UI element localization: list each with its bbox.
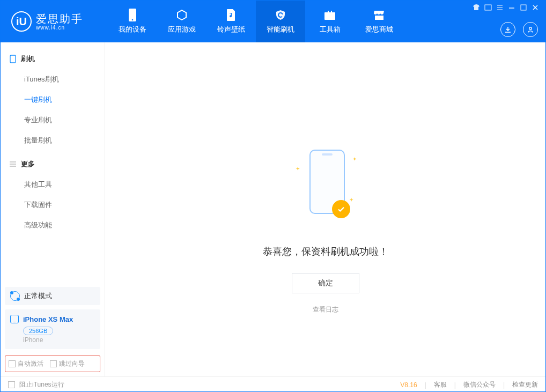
- block-itunes-checkbox[interactable]: 阻止iTunes运行: [8, 380, 64, 389]
- sparkle-icon: ✦: [352, 156, 357, 162]
- device-icon: [10, 315, 19, 323]
- tab-device[interactable]: 我的设备: [108, 1, 157, 42]
- sidebar-item-pro-flash[interactable]: 专业刷机: [1, 110, 105, 130]
- tab-toolbox[interactable]: 工具箱: [305, 1, 355, 42]
- brand-url: www.i4.cn: [36, 25, 83, 31]
- device-card[interactable]: iPhone XS Max 256GB iPhone: [5, 309, 100, 349]
- tab-flash[interactable]: 智能刷机: [256, 1, 305, 42]
- mode-label: 正常模式: [24, 291, 52, 301]
- toolbox-icon: [323, 9, 336, 21]
- sparkle-icon: ✦: [349, 197, 353, 203]
- checkbox-label: 阻止iTunes运行: [19, 380, 64, 389]
- svg-rect-5: [10, 55, 16, 63]
- tab-label: 铃声壁纸: [217, 25, 245, 34]
- status-bar: 阻止iTunes运行 V8.16 | 客服 | 微信公众号 | 检查更新: [1, 376, 545, 392]
- skip-guide-checkbox[interactable]: 跳过向导: [50, 359, 85, 368]
- success-message: 恭喜您，保资料刷机成功啦！: [213, 245, 438, 258]
- tab-label: 智能刷机: [267, 25, 294, 34]
- device-name: iPhone XS Max: [23, 315, 73, 323]
- check-update-link[interactable]: 检查更新: [512, 380, 538, 389]
- svg-point-4: [529, 27, 532, 29]
- menu-icon[interactable]: [496, 4, 504, 11]
- brand-name: 爱思助手: [36, 13, 83, 25]
- close-icon[interactable]: [532, 4, 539, 11]
- tab-store[interactable]: 爱思商城: [355, 1, 404, 42]
- store-icon: [373, 9, 386, 21]
- mode-indicator[interactable]: 正常模式: [5, 287, 100, 305]
- main-panel: ✦ ✦ ✦ 恭喜您，保资料刷机成功啦！ 确定 查看日志: [105, 42, 545, 376]
- sidebar-heading-flash: 刷机: [1, 49, 105, 69]
- sidebar-item-other-tools[interactable]: 其他工具: [1, 174, 105, 195]
- tab-label: 爱思商城: [365, 25, 393, 34]
- tab-label: 我的设备: [119, 25, 146, 34]
- tab-apps[interactable]: 应用游戏: [157, 1, 206, 42]
- device-outline-icon: [9, 55, 17, 63]
- support-link[interactable]: 客服: [434, 380, 447, 389]
- svg-rect-2: [485, 5, 491, 10]
- shirt-icon[interactable]: [473, 4, 480, 11]
- account-button[interactable]: [523, 22, 538, 37]
- tab-label: 应用游戏: [168, 25, 196, 34]
- sidebar-item-advanced[interactable]: 高级功能: [1, 215, 105, 235]
- download-button[interactable]: [500, 22, 515, 37]
- device-type: iPhone: [23, 336, 95, 344]
- sidebar-item-oneclick-flash[interactable]: 一键刷机: [1, 90, 105, 110]
- sidebar-heading-more: 更多: [1, 154, 105, 174]
- sidebar-item-itunes-flash[interactable]: iTunes刷机: [1, 69, 105, 90]
- tab-label: 工具箱: [320, 25, 341, 34]
- ok-button[interactable]: 确定: [292, 273, 359, 293]
- tab-media[interactable]: 铃声壁纸: [206, 1, 256, 42]
- svg-point-1: [132, 19, 134, 21]
- maximize-icon[interactable]: [520, 4, 527, 11]
- cube-icon: [175, 9, 188, 21]
- device-capacity: 256GB: [23, 327, 53, 335]
- sidebar-item-download-firmware[interactable]: 下载固件: [1, 195, 105, 215]
- window-controls: [473, 4, 539, 11]
- sidebar: 刷机 iTunes刷机 一键刷机 专业刷机 批量刷机 更多 其他工具 下载固件 …: [1, 42, 105, 376]
- window-icon[interactable]: [484, 4, 492, 11]
- sidebar-item-batch-flash[interactable]: 批量刷机: [1, 130, 105, 151]
- checkbox-label: 自动激活: [18, 359, 43, 368]
- checkbox-label: 跳过向导: [59, 359, 85, 368]
- svg-rect-3: [521, 5, 526, 10]
- sidebar-heading-label: 更多: [21, 159, 35, 169]
- auto-activate-checkbox[interactable]: 自动激活: [9, 359, 43, 368]
- sidebar-heading-label: 刷机: [21, 54, 35, 64]
- view-log-link[interactable]: 查看日志: [213, 305, 438, 314]
- phone-icon: [126, 9, 139, 21]
- sparkle-icon: ✦: [296, 166, 300, 172]
- wechat-link[interactable]: 微信公众号: [463, 380, 496, 389]
- minimize-icon[interactable]: [508, 4, 515, 11]
- music-file-icon: [225, 9, 238, 21]
- version-label: V8.16: [400, 381, 417, 389]
- app-logo: iU 爱思助手 www.i4.cn: [1, 11, 108, 32]
- logo-icon: iU: [11, 11, 32, 32]
- success-illustration: ✦ ✦ ✦: [293, 150, 358, 230]
- list-icon: [9, 160, 17, 168]
- flash-options: 自动激活 跳过向导: [5, 356, 100, 372]
- main-tabs: 我的设备 应用游戏 铃声壁纸 智能刷机 工具箱 爱思商城: [108, 1, 404, 42]
- title-bar: iU 爱思助手 www.i4.cn 我的设备 应用游戏 铃声壁纸 智能刷机 工具…: [1, 1, 545, 42]
- check-badge-icon: [332, 200, 350, 218]
- mode-icon: [10, 291, 20, 301]
- refresh-shield-icon: [274, 9, 287, 21]
